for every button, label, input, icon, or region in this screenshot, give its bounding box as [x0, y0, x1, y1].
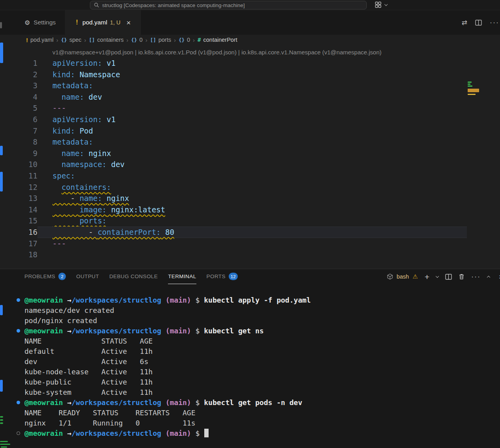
panel-tab-label: DEBUG CONSOLE: [109, 273, 158, 279]
code-line-content: metadata:: [37, 80, 467, 91]
open-changes-icon[interactable]: ⇄: [462, 19, 467, 27]
terminal-line[interactable]: @meowrain →/workspaces/structlog (main) …: [16, 295, 500, 305]
terminal-line-content: pod/nginx created: [24, 316, 97, 326]
code-line[interactable]: 5---: [0, 102, 500, 114]
tab-pod-yaml[interactable]: ! pod.yaml 1, U ×: [65, 10, 140, 35]
more-actions-icon[interactable]: ···: [490, 19, 499, 27]
terminal-line[interactable]: NAME READY STATUS RESTARTS AGE: [16, 408, 500, 418]
code-line[interactable]: 1apiVersion: v1: [0, 58, 500, 69]
breadcrumb-label: ports: [159, 37, 171, 43]
minimap-mark: [468, 89, 479, 92]
line-number: 18: [0, 249, 37, 260]
code-line[interactable]: 2kind: Namespace: [0, 69, 500, 80]
terminal-line-content: kube-public Active 11h: [24, 377, 153, 387]
code-line[interactable]: 3metadata:: [0, 80, 500, 91]
shell-cube-icon: [387, 273, 393, 280]
trash-icon[interactable]: [459, 273, 465, 280]
code-line[interactable]: 15 ports:: [0, 215, 500, 227]
terminal-line[interactable]: NAME STATUS AGE: [16, 336, 500, 346]
new-terminal-icon[interactable]: +: [425, 273, 429, 281]
terminal-dropdown-icon[interactable]: [436, 274, 439, 277]
terminal-line[interactable]: pod/nginx created: [16, 316, 500, 326]
panel-tab-debug-console[interactable]: DEBUG CONSOLE: [109, 269, 158, 284]
code-line-content: name: dev: [37, 91, 467, 103]
yaml-file-icon: !: [75, 19, 79, 26]
tab-settings[interactable]: ⚙ Settings: [15, 10, 65, 35]
code-line-content: containers:: [37, 182, 467, 193]
code-line[interactable]: 12 containers:: [0, 182, 500, 193]
split-editor-icon[interactable]: [475, 20, 482, 26]
code-line-content: ports:: [37, 215, 467, 227]
terminal-line-content: nginx 1/1 Running 0 11s: [24, 418, 195, 428]
terminal[interactable]: @meowrain →/workspaces/structlog (main) …: [0, 284, 500, 439]
breadcrumb-item[interactable]: #containerPort: [198, 37, 237, 43]
code-line[interactable]: 17---: [0, 238, 500, 249]
code-line[interactable]: 8metadata:: [0, 136, 500, 148]
command-center-search[interactable]: structlog [Codespaces: animated space co…: [90, 1, 367, 9]
code-line[interactable]: 11spec:: [0, 170, 500, 182]
code-lines[interactable]: 1apiVersion: v12kind: Namespace3metadata…: [0, 58, 500, 260]
line-number: 8: [0, 136, 37, 148]
gear-icon: ⚙: [24, 19, 30, 26]
code-line[interactable]: 7kind: Pod: [0, 125, 500, 137]
split-terminal-icon[interactable]: [445, 274, 452, 280]
terminal-line[interactable]: namespace/dev created: [16, 305, 500, 316]
command-success-icon: [17, 298, 20, 302]
maximize-panel-icon[interactable]: [487, 276, 490, 279]
terminal-content: @meowrain →/workspaces/structlog (main) …: [16, 295, 500, 439]
codespaces-menu-button[interactable]: [375, 1, 387, 8]
code-line[interactable]: 16 - containerPort: 80: [0, 227, 500, 238]
breadcrumb-item[interactable]: []ports: [150, 37, 171, 43]
terminal-line-content: @meowrain →/workspaces/structlog (main) …: [24, 326, 264, 336]
terminal-line[interactable]: @meowrain →/workspaces/structlog (main) …: [16, 398, 500, 408]
terminal-line[interactable]: @meowrain →/workspaces/structlog (main) …: [16, 326, 500, 336]
panel-tab-badge: 2: [58, 273, 66, 280]
terminal-actions: bash ⚠ + ··· ×: [387, 269, 500, 284]
breadcrumb-separator-icon: ›: [56, 37, 58, 43]
minimap[interactable]: [467, 80, 500, 269]
terminal-line[interactable]: dev Active 6s: [16, 357, 500, 367]
code-line[interactable]: 10 namespace: dev: [0, 159, 500, 170]
tab-problems-git-badge: 1, U: [110, 19, 121, 26]
line-number: 5: [0, 102, 37, 114]
command-marker: [16, 316, 24, 326]
breadcrumb-item[interactable]: {}0: [179, 37, 190, 43]
panel-tab-problems[interactable]: PROBLEMS2: [24, 269, 66, 284]
command-marker: [16, 295, 24, 305]
terminal-line[interactable]: kube-node-lease Active 11h: [16, 367, 500, 377]
yaml-schema-codelens[interactable]: v1@namespace+v1@pod.json | io.k8s.api.co…: [0, 45, 500, 58]
panel-tabs: PROBLEMS2OUTPUTDEBUG CONSOLETERMINALPORT…: [24, 269, 248, 284]
line-number: 1: [0, 58, 37, 69]
terminal-shell-name[interactable]: bash: [397, 273, 409, 280]
code-line[interactable]: 14 image: nginx:latest: [0, 204, 500, 216]
breadcrumb-item[interactable]: []containers: [89, 37, 124, 43]
more-actions-icon[interactable]: ···: [471, 273, 481, 281]
minimap-mark: [468, 82, 472, 83]
terminal-line[interactable]: kube-public Active 11h: [16, 377, 500, 387]
code-line-content: kind: Pod: [37, 125, 467, 137]
breadcrumb-item[interactable]: {}0: [131, 37, 143, 43]
command-marker: [16, 408, 24, 418]
panel-tab-ports[interactable]: PORTS12: [207, 269, 238, 284]
breadcrumb-separator-icon: ›: [146, 37, 147, 43]
code-line[interactable]: 13 - name: nginx: [0, 193, 500, 204]
breadcrumb-item[interactable]: !pod.yaml: [26, 37, 54, 43]
command-marker: [16, 305, 24, 316]
code-line[interactable]: 18: [0, 249, 500, 260]
array-symbol-icon: []: [150, 37, 156, 43]
line-number: 6: [0, 114, 37, 125]
panel-tab-output[interactable]: OUTPUT: [76, 269, 99, 284]
breadcrumb-separator-icon: ›: [193, 37, 195, 43]
close-tab-icon[interactable]: ×: [127, 19, 131, 26]
code-line[interactable]: 4 name: dev: [0, 91, 500, 103]
terminal-line[interactable]: @meowrain →/workspaces/structlog (main) …: [16, 428, 500, 439]
terminal-line[interactable]: kube-system Active 11h: [16, 387, 500, 398]
terminal-line[interactable]: default Active 11h: [16, 346, 500, 357]
code-line[interactable]: 6apiVersion: v1: [0, 114, 500, 125]
panel-tab-terminal[interactable]: TERMINAL: [168, 269, 196, 284]
line-number: 12: [0, 182, 37, 193]
breadcrumb-label: pod.yaml: [30, 37, 54, 43]
code-line[interactable]: 9 name: nginx: [0, 148, 500, 159]
terminal-line[interactable]: nginx 1/1 Running 0 11s: [16, 418, 500, 428]
breadcrumb-item[interactable]: {}spec: [61, 37, 82, 43]
